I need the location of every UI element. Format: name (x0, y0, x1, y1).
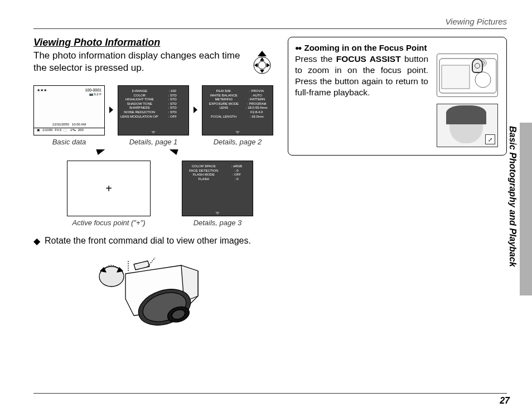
left-column: Viewing Photo Information The photo info… (33, 37, 273, 340)
intro-text: The photo information display changes ea… (33, 50, 246, 74)
detail-row: HIGHLIGHT TONE: STD (120, 98, 186, 101)
side-tab (520, 123, 532, 295)
detail-row: FOCAL LENGTH: 18.0mm (205, 115, 270, 119)
camera-rear-illustration (437, 54, 498, 97)
camera-illustration (33, 254, 273, 340)
right-column: ●● Zooming in on the Focus Point Press t… (288, 37, 507, 340)
svg-marker-4 (260, 70, 264, 73)
detail-row: FILM SIM.: PROVIA (205, 89, 270, 93)
caption-fp: Active focus point ("+") (67, 219, 151, 227)
detail-row: SHARPNESS: STD (120, 106, 186, 110)
svg-marker-5 (254, 63, 258, 67)
detail-row: COLOR SPACE: sRGB (185, 164, 250, 168)
detail-row: FLASH MODE: OFF (185, 173, 250, 177)
detail-row: FACE DETECTION: 0 (185, 169, 250, 173)
screen-details-1: D-RANGE: 100COLOR: STDHIGHLIGHT TONE: ST… (118, 85, 189, 135)
detail-row: LENS MODULATION OPT.: OFF (120, 115, 186, 119)
detail-row: METERING: PATTERN (205, 98, 270, 101)
display-screens-row2: + Active focus point ("+") COLOR SPACE: … (33, 161, 273, 227)
note-text: Rotate the front command dial to view ot… (45, 236, 251, 246)
detail-row: F2.8-4.0 (205, 110, 270, 114)
tip-icon: ●● (295, 44, 301, 52)
page-header: Viewing Pictures (33, 17, 507, 29)
callout-box: ●● Zooming in on the Focus Point Press t… (288, 37, 507, 156)
time: 10:00 AM (72, 123, 86, 126)
detail-row: FLASH: 0 (185, 177, 250, 181)
caption-d1: Details, page 1 (118, 138, 189, 146)
focus-assist-label: FOCUS ASSIST (336, 54, 401, 64)
callout-text: Press the FOCUS ASSIST button to zoom in… (295, 54, 428, 147)
playback-zoom-illustration: ⤢ (437, 104, 498, 147)
page-number: 27 (500, 396, 510, 406)
arrow-right-icon (194, 106, 197, 113)
svg-marker-0 (258, 51, 267, 56)
screen-active-focus-point: + (67, 161, 151, 216)
screen-details-2: FILM SIM.: PROVIAWHITE BALANCE: AUTOMETE… (202, 85, 273, 135)
aspect-size: 📷 3:2 F (34, 93, 104, 96)
arrow-down-icon (170, 149, 181, 155)
svg-marker-6 (267, 63, 270, 67)
caption-basic: Basic data (33, 138, 105, 146)
detail-row: LENS: 18.0-55.0mm (205, 106, 270, 110)
note: ◆ Rotate the front command dial to view … (33, 236, 273, 246)
svg-marker-3 (260, 57, 264, 61)
selector-up-icon (251, 50, 273, 77)
detail-row: EXPOSURE MODE: PROGRAM (205, 102, 270, 106)
exp-comp: -1⅓ (69, 128, 75, 132)
screen-details-3: COLOR SPACE: sRGBFACE DETECTION: 0FLASH … (182, 161, 253, 216)
svg-rect-17 (442, 65, 470, 89)
iso: 200 (78, 128, 84, 132)
side-chapter-label: Basic Photography and Playback (507, 126, 518, 267)
arrow-down-icon (94, 149, 105, 155)
callout-title: Zooming in on the Focus Point (304, 43, 427, 52)
detail-row: SHADOW TONE: STD (120, 102, 186, 106)
caption-d3: Details, page 3 (182, 219, 253, 227)
zoom-indicator-icon: ⤢ (485, 134, 495, 144)
aperture: F4.5 (55, 128, 61, 132)
focus-assist-button-icon (472, 59, 483, 73)
focus-point-mark: + (105, 182, 112, 195)
detail-row: COLOR: STD (120, 94, 186, 98)
detail-row: WHITE BALANCE: AUTO (205, 94, 270, 98)
diamond-bullet-icon: ◆ (33, 236, 40, 246)
section-title: Viewing Photo Information (33, 37, 273, 49)
svg-point-2 (258, 61, 266, 69)
frame-number: 100-0001 (85, 88, 101, 93)
shutter: 1/1000 (42, 128, 52, 132)
caption-d2: Details, page 2 (202, 138, 273, 146)
date: 12/31/2050 (52, 123, 69, 126)
detail-row: NOISE REDUCTION: STD (120, 110, 186, 114)
stars: ★★★ (37, 88, 47, 93)
detail-row: D-RANGE: 100 (120, 89, 186, 93)
arrow-right-icon (109, 106, 113, 113)
screen-basic-data: ★★★ 100-0001 📷 3:2 F 12/31/2050 10:00 AM… (33, 85, 105, 135)
display-screens-row1: ★★★ 100-0001 📷 3:2 F 12/31/2050 10:00 AM… (33, 85, 273, 146)
footer-rule (33, 393, 507, 394)
